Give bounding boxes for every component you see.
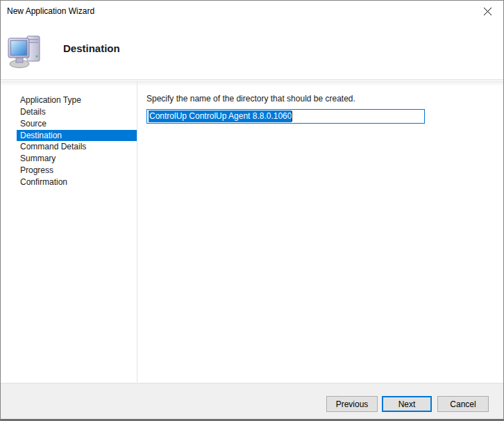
close-icon [483,7,492,16]
previous-button[interactable]: Previous [326,396,378,412]
title-bar: New Application Wizard [1,1,503,22]
window-title: New Application Wizard [1,6,94,16]
sidebar-item-details[interactable]: Details [1,106,137,118]
directory-name-selected-text: ControlUp ControlUp Agent 8.8.0.1060 [149,110,292,122]
text-caret [292,111,292,122]
sidebar-item-progress[interactable]: Progress [1,165,137,176]
wizard-content-panel: Specify the name of the directory that s… [138,81,503,382]
wizard-header: Destination [1,22,503,80]
sidebar-item-command-details[interactable]: Command Details [1,141,137,153]
page-title: Destination [63,42,120,54]
directory-name-input[interactable]: ControlUp ControlUp Agent 8.8.0.1060 [146,109,425,124]
instruction-text: Specify the name of the directory that s… [146,94,355,104]
next-button[interactable]: Next [382,396,432,412]
wizard-footer: Previous Next Cancel [1,383,503,419]
sidebar-item-summary[interactable]: Summary [1,153,137,165]
cancel-button[interactable]: Cancel [437,396,489,412]
new-application-wizard-window: New Application Wizard [0,0,504,421]
computer-icon [8,34,45,69]
sidebar-item-application-type[interactable]: Application Type [1,94,137,106]
sidebar-item-confirmation[interactable]: Confirmation [1,176,137,188]
wizard-steps-sidebar: Application Type Details Source Destinat… [1,81,137,382]
sidebar-item-source[interactable]: Source [1,118,137,130]
close-button[interactable] [472,1,503,22]
sidebar-item-destination[interactable]: Destination [17,130,137,141]
